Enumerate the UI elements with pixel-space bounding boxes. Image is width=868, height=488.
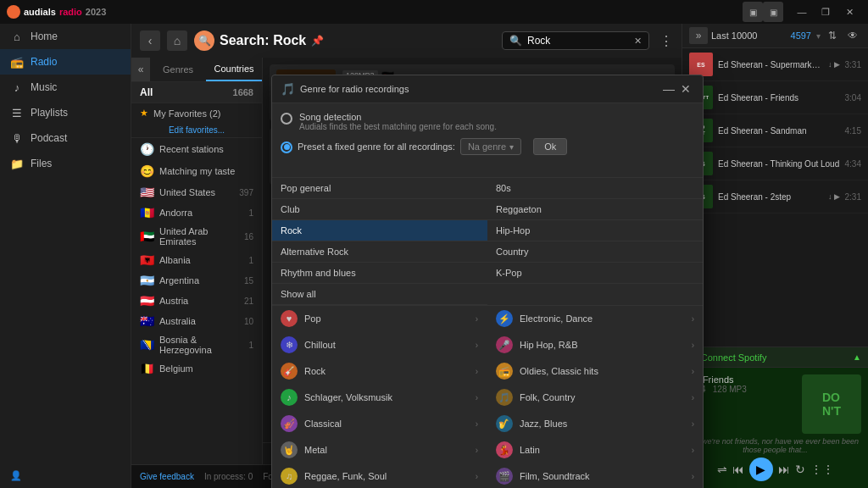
track-item-4[interactable]: ES Ed Sheeran - Thinking Out Loud 4:34: [682, 147, 868, 180]
genre-alt-rock[interactable]: Alternative Rock: [272, 241, 487, 263]
pin-icon[interactable]: 📌: [311, 35, 324, 47]
gmi-reggae[interactable]: ♫ Reggae, Funk, Soul ›: [272, 463, 487, 488]
repeat-button[interactable]: ↻: [795, 463, 805, 476]
top-bar: ‹ ⌂ 🔍 Search: Rock 📌 🔍 ✕ ⋮: [131, 24, 682, 58]
track-item-2[interactable]: DON'T Ed Sheeran - Friends 3:04: [682, 81, 868, 114]
country-andorra[interactable]: 🇦🇩 Andorra 1: [131, 202, 262, 223]
gmi-latin[interactable]: 💃 Latin ›: [487, 437, 703, 463]
next-button[interactable]: ⏭: [778, 463, 790, 476]
country-australia[interactable]: 🇦🇺 Australia 10: [131, 311, 262, 331]
gmi-electronic[interactable]: ⚡ Electronic, Dance ›: [487, 306, 703, 332]
collapse-panel-button[interactable]: «: [131, 58, 150, 81]
titlebar-icon-2[interactable]: ▣: [763, 2, 783, 22]
all-row[interactable]: All 1668: [131, 82, 262, 103]
gmi-hiphop[interactable]: 🎤 Hip Hop, R&B ›: [487, 332, 703, 358]
sort-button[interactable]: ⇅: [824, 27, 841, 44]
genre-rnb[interactable]: Rhythm and blues: [272, 263, 487, 284]
country-belgium[interactable]: 🇧🇪 Belgium: [131, 358, 262, 379]
country-argentina[interactable]: 🇦🇷 Argentina 15: [131, 270, 262, 291]
genre-hiphop[interactable]: Hip-Hop: [487, 220, 703, 241]
gmi-electronic-icon: ⚡: [496, 310, 513, 327]
sidebar-item-radio[interactable]: 📻 Radio: [0, 49, 131, 75]
playlists-icon: ☰: [10, 106, 24, 119]
genre-country[interactable]: Country: [487, 241, 703, 263]
gmi-chillout[interactable]: ❄ Chillout ›: [272, 332, 487, 358]
spotify-connect[interactable]: ♫ Connect Spotify ▲: [682, 347, 868, 368]
prev-button[interactable]: ⏮: [732, 463, 744, 476]
genre-rock[interactable]: Rock: [272, 220, 487, 241]
track-item-5[interactable]: ES Ed Sheeran - 2step ↓ ▶ 2:31: [682, 180, 868, 214]
matching-taste-item[interactable]: 😊 Matching my taste: [131, 160, 262, 182]
maximize-button[interactable]: ❐: [814, 3, 837, 20]
year-text: 2023: [86, 7, 106, 17]
gmi-folk-arrow: ›: [692, 393, 694, 402]
dialog-close-button[interactable]: ✕: [677, 80, 694, 97]
favorites-row[interactable]: ★ My Favorites (2): [131, 103, 262, 123]
radio-option-2[interactable]: Preset a fixed genre for all recordings:…: [281, 138, 694, 155]
radio-button-1[interactable]: [281, 113, 292, 125]
country-argentina-count: 15: [244, 276, 253, 286]
country-austria[interactable]: 🇦🇹 Austria 21: [131, 291, 262, 311]
country-albania-label: Albania: [159, 255, 191, 265]
country-us[interactable]: 🇺🇸 United States 397: [131, 182, 262, 202]
option1-label: Song detection: [299, 112, 497, 122]
track-item-3[interactable]: DON'T Ed Sheeran - Sandman 4:15: [682, 114, 868, 147]
gmi-film[interactable]: 🎬 Film, Soundtrack ›: [487, 463, 703, 488]
search-clear-button[interactable]: ✕: [634, 36, 642, 47]
all-count: 1668: [233, 87, 253, 97]
gmi-metal[interactable]: 🤘 Metal ›: [272, 437, 487, 463]
genre-reggaeton[interactable]: Reggaeton: [487, 199, 703, 220]
tab-genres[interactable]: Genres: [150, 58, 206, 81]
user-profile[interactable]: 👤: [10, 470, 120, 481]
genre-kpop[interactable]: K-Pop: [487, 263, 703, 284]
tab-countries[interactable]: Countries: [206, 58, 262, 81]
gmi-oldies[interactable]: 📻 Oldies, Classic hits ›: [487, 358, 703, 385]
back-button[interactable]: ‹: [140, 30, 160, 51]
dialog-ok-button[interactable]: Ok: [533, 138, 567, 155]
gmi-pop[interactable]: ♥ Pop ›: [272, 306, 487, 332]
radio-icon: 📻: [10, 55, 24, 69]
spotify-label: Connect Spotify: [701, 352, 767, 363]
more-button[interactable]: ⋮: [659, 33, 673, 49]
view-button[interactable]: 👁: [844, 27, 861, 44]
volume-button[interactable]: ⋮⋮: [810, 463, 834, 476]
country-albania[interactable]: 🇦🇱 Albania 1: [131, 250, 262, 270]
sidebar-item-files[interactable]: 📁 Files: [0, 151, 131, 176]
radio-option-1[interactable]: Song detection Audials finds the best ma…: [281, 112, 694, 131]
sidebar-item-music[interactable]: ♪ Music: [0, 75, 131, 100]
right-collapse-button[interactable]: »: [689, 27, 708, 44]
titlebar-icon-1[interactable]: ▣: [743, 2, 763, 22]
genre-club[interactable]: Club: [272, 199, 487, 220]
country-bih[interactable]: 🇧🇦 Bosnia & Herzegovina 1: [131, 331, 262, 358]
radio-button-2[interactable]: [281, 141, 292, 153]
search-input[interactable]: [527, 35, 629, 47]
dialog-minimize-button[interactable]: —: [660, 80, 677, 97]
gmi-jazz[interactable]: 🎷 Jazz, Blues ›: [487, 411, 703, 437]
genre-80s[interactable]: 80s: [487, 178, 703, 199]
sidebar-item-podcast[interactable]: 🎙 Podcast: [0, 125, 131, 151]
recent-stations-item[interactable]: 🕐 Recent stations: [131, 138, 262, 160]
country-bih-label: Bosnia & Herzegovina: [159, 335, 243, 355]
minimize-button[interactable]: —: [790, 3, 814, 20]
genre-pop-general[interactable]: Pop general: [272, 178, 487, 199]
np-lyrics: so we're not friends, nor have we ever b…: [689, 437, 861, 454]
dropdown-indicator[interactable]: ▾: [816, 31, 821, 41]
gmi-classical[interactable]: 🎻 Classical ›: [272, 411, 487, 437]
edit-favorites-link[interactable]: Edit favorites...: [131, 123, 262, 138]
gmi-schlager[interactable]: ♪ Schlager, Volksmusik ›: [272, 385, 487, 411]
last-label: Last 10000: [711, 30, 787, 41]
home-nav-button[interactable]: ⌂: [167, 30, 187, 51]
track-item-1[interactable]: ES Ed Sheeran - Supermarket Fl... ↓ ▶ 3:…: [682, 48, 868, 81]
play-pause-button[interactable]: ▶: [749, 458, 773, 481]
feedback-link[interactable]: Give feedback: [140, 472, 194, 481]
close-button[interactable]: ✕: [837, 3, 861, 20]
preset-dropdown[interactable]: Na genre ▾: [460, 138, 521, 155]
gmi-rock[interactable]: 🎸 Rock ›: [272, 358, 487, 385]
search-box: 🔍 ✕: [502, 31, 649, 50]
sidebar-item-home[interactable]: ⌂ Home: [0, 24, 131, 49]
shuffle-button[interactable]: ⇌: [717, 463, 727, 476]
gmi-folk[interactable]: 🎵 Folk, Country ›: [487, 385, 703, 411]
genre-show-all[interactable]: Show all: [272, 284, 487, 305]
sidebar-item-playlists[interactable]: ☰ Playlists: [0, 100, 131, 125]
country-uae[interactable]: 🇦🇪 United Arab Emirates 16: [131, 223, 262, 250]
